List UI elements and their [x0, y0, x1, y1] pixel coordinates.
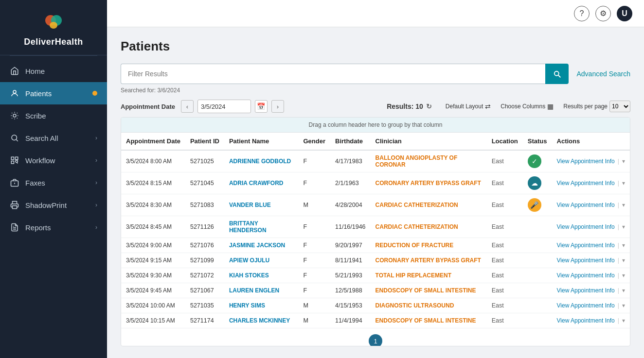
sidebar-item-search-all[interactable]: Search All › — [0, 127, 107, 149]
next-date-button[interactable]: › — [271, 100, 284, 113]
cell-appt-date: 3/5/2024 9:30 AM — [121, 268, 185, 283]
cell-status — [523, 298, 552, 313]
action-chevron-icon[interactable]: ▾ — [622, 223, 625, 230]
action-chevron-icon[interactable]: ▾ — [622, 302, 625, 309]
prev-date-button[interactable]: ‹ — [181, 100, 194, 113]
advanced-search-link[interactable]: Advanced Search — [576, 70, 630, 78]
cell-clinician: ENDOSCOPY OF SMALL INTESTINE — [371, 283, 487, 298]
help-button[interactable]: ? — [574, 6, 590, 21]
cell-patient-id: 5271076 — [185, 238, 224, 253]
cell-location: East — [487, 216, 523, 238]
action-chevron-icon[interactable]: ▾ — [622, 287, 625, 294]
view-appointment-link[interactable]: View Appointment Info — [557, 180, 615, 187]
cell-actions: View Appointment Info | ▾ — [552, 150, 630, 172]
calendar-icon[interactable]: 📅 — [255, 100, 268, 113]
patients-table-wrapper: Drag a column header here to group by th… — [121, 117, 630, 346]
view-appointment-link[interactable]: View Appointment Info — [557, 272, 615, 279]
cell-actions: View Appointment Info | ▾ — [552, 283, 630, 298]
view-appointment-link[interactable]: View Appointment Info — [557, 317, 615, 324]
home-icon — [10, 66, 19, 76]
choose-columns-button[interactable]: Choose Columns ▦ — [501, 102, 554, 110]
action-chevron-icon[interactable]: ▾ — [622, 202, 625, 208]
sidebar-item-faxes[interactable]: Faxes › — [0, 171, 107, 194]
sidebar-item-scribe[interactable]: Scribe — [0, 104, 107, 127]
action-chevron-icon[interactable]: ▾ — [622, 158, 625, 165]
search-all-icon — [10, 133, 19, 143]
search-button[interactable] — [545, 64, 569, 84]
status-cloud-icon: ☁ — [528, 176, 541, 190]
toolbar: Appointment Date ‹ 📅 › Results: 10 ↻ Def… — [121, 100, 630, 113]
cell-gender: F — [299, 216, 331, 238]
cell-appt-date: 3/5/2024 8:15 AM — [121, 172, 185, 194]
date-input[interactable] — [197, 100, 251, 113]
cell-patient-name: APIEW OJULU — [224, 253, 299, 268]
cell-appt-date: 3/5/2024 8:00 AM — [121, 150, 185, 172]
refresh-icon[interactable]: ↻ — [426, 102, 432, 110]
table-row: 3/5/2024 8:45 AM 5271126 BRITTANY HENDER… — [121, 216, 630, 238]
action-chevron-icon[interactable]: ▾ — [622, 180, 625, 187]
topbar: ? ⚙ U — [107, 0, 644, 27]
cell-patient-name: ADRIA CRAWFORD — [224, 172, 299, 194]
main-content: ? ⚙ U Patients Advanced Search Searched … — [107, 0, 644, 358]
view-appointment-link[interactable]: View Appointment Info — [557, 158, 615, 165]
table-row: 3/5/2024 8:00 AM 5271025 ADRIENNE GODBOL… — [121, 150, 630, 172]
sidebar-item-patients[interactable]: Patients — [0, 82, 107, 104]
cell-patient-id: 5271126 — [185, 216, 224, 238]
page-1-button[interactable]: 1 — [369, 334, 382, 346]
table-row: 3/5/2024 10:00 AM 5271035 HENRY SIMS M 4… — [121, 298, 630, 313]
workflow-icon — [10, 155, 19, 165]
view-appointment-link[interactable]: View Appointment Info — [557, 302, 615, 309]
choose-cols-label: Choose Columns — [501, 103, 545, 110]
per-page-select[interactable]: 10 25 50 100 — [609, 101, 630, 112]
cell-appt-date: 3/5/2024 9:00 AM — [121, 238, 185, 253]
cell-status: 🎤 — [523, 194, 552, 216]
action-chevron-icon[interactable]: ▾ — [622, 317, 625, 324]
sidebar-item-reports[interactable]: Reports › — [0, 216, 107, 239]
action-chevron-icon[interactable]: ▾ — [622, 242, 625, 249]
sidebar-item-reports-label: Reports — [25, 223, 95, 232]
cell-birthdate: 4/17/1983 — [330, 150, 371, 172]
view-appointment-link[interactable]: View Appointment Info — [557, 257, 615, 264]
cell-location: East — [487, 313, 523, 328]
cell-actions: View Appointment Info | ▾ — [552, 216, 630, 238]
results-count: Results: 10 — [387, 102, 423, 110]
sidebar-item-workflow[interactable]: Workflow › — [0, 149, 107, 171]
cell-gender: M — [299, 313, 331, 328]
col-appt-date: Appointment Date — [121, 133, 185, 150]
cell-patient-name: HENRY SIMS — [224, 298, 299, 313]
cell-actions: View Appointment Info | ▾ — [552, 268, 630, 283]
cell-status — [523, 313, 552, 328]
cell-clinician: REDUCTION OF FRACTURE — [371, 238, 487, 253]
cell-birthdate: 8/11/1941 — [330, 253, 371, 268]
cell-birthdate: 12/5/1988 — [330, 283, 371, 298]
filter-input[interactable] — [121, 64, 545, 84]
cell-patient-id: 5271099 — [185, 253, 224, 268]
patients-badge — [92, 91, 97, 96]
view-appointment-link[interactable]: View Appointment Info — [557, 287, 615, 294]
cell-birthdate: 9/20/1997 — [330, 238, 371, 253]
appointment-date-label: Appointment Date — [121, 103, 175, 110]
cell-gender: F — [299, 283, 331, 298]
cell-status — [523, 216, 552, 238]
col-birthdate: Birthdate — [330, 133, 371, 150]
sidebar-item-home[interactable]: Home — [0, 60, 107, 82]
action-chevron-icon[interactable]: ▾ — [622, 257, 625, 264]
searched-for-text: Searched for: 3/6/2024 — [121, 87, 630, 94]
sidebar-item-search-all-label: Search All — [25, 134, 95, 142]
results-info: Results: 10 ↻ — [387, 102, 432, 110]
user-button[interactable]: U — [617, 6, 632, 21]
settings-button[interactable]: ⚙ — [595, 6, 611, 21]
cell-patient-name: VANDER BLUE — [224, 194, 299, 216]
view-appointment-link[interactable]: View Appointment Info — [557, 242, 615, 249]
page-title: Patients — [121, 39, 630, 54]
sidebar-item-faxes-label: Faxes — [25, 179, 95, 187]
reports-arrow: › — [95, 224, 97, 231]
cell-actions: View Appointment Info | ▾ — [552, 253, 630, 268]
svg-point-3 — [13, 90, 16, 93]
table-row: 3/5/2024 9:15 AM 5271099 APIEW OJULU F 8… — [121, 253, 630, 268]
action-chevron-icon[interactable]: ▾ — [622, 272, 625, 279]
view-appointment-link[interactable]: View Appointment Info — [557, 202, 615, 208]
view-appointment-link[interactable]: View Appointment Info — [557, 223, 615, 230]
sidebar-item-shadowprint[interactable]: ShadowPrint › — [0, 194, 107, 216]
layout-select[interactable]: Default Layout ⇄ — [446, 102, 491, 110]
